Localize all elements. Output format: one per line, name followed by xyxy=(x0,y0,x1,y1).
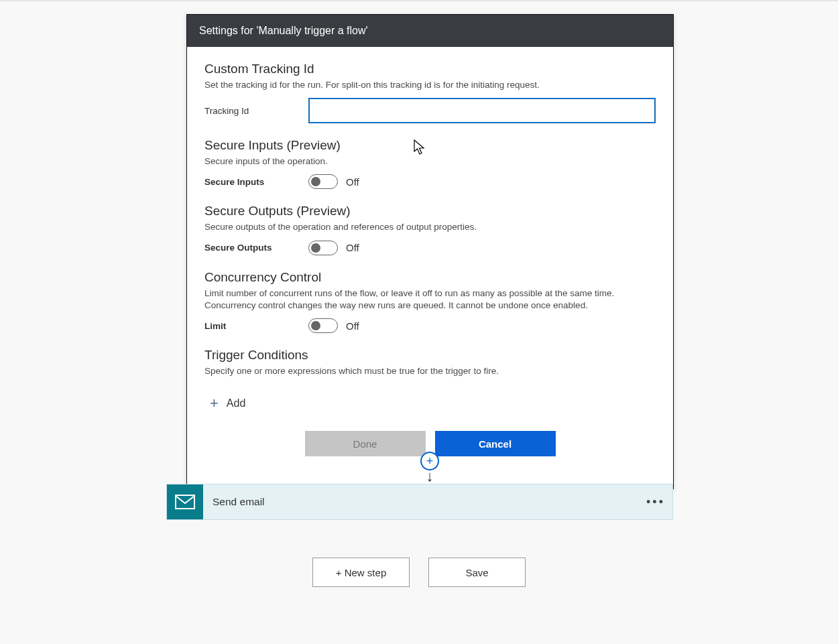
toggle-knob-icon xyxy=(311,321,320,330)
mail-icon xyxy=(167,485,203,519)
concurrency-label: Limit xyxy=(204,321,308,331)
section-secure-outputs: Secure Outputs (Preview) Secure outputs … xyxy=(204,204,656,255)
section-tracking-id: Custom Tracking Id Set the tracking id f… xyxy=(204,62,656,123)
plus-icon: + xyxy=(210,396,219,411)
tracking-id-input[interactable] xyxy=(308,98,656,123)
section-trigger-conditions: Trigger Conditions Specify one or more e… xyxy=(204,348,656,411)
action-card-menu-button[interactable]: ••• xyxy=(639,485,672,519)
secure-inputs-toggle[interactable] xyxy=(308,174,338,189)
dialog-title: Settings for 'Manually trigger a flow' xyxy=(187,15,673,47)
secure-outputs-label: Secure Outputs xyxy=(204,243,308,253)
toggle-knob-icon xyxy=(311,177,320,186)
secure-inputs-heading: Secure Inputs (Preview) xyxy=(204,138,656,153)
done-button[interactable]: Done xyxy=(305,431,426,456)
plus-icon: + xyxy=(426,455,434,467)
add-condition-label: Add xyxy=(227,397,245,409)
secure-inputs-label: Secure Inputs xyxy=(204,177,308,187)
add-condition-button[interactable]: + Add xyxy=(210,396,245,411)
tracking-description: Set the tracking id for the run. For spl… xyxy=(204,79,656,91)
section-secure-inputs: Secure Inputs (Preview) Secure inputs of… xyxy=(204,138,656,189)
action-card-title: Send email xyxy=(203,485,639,519)
secure-outputs-heading: Secure Outputs (Preview) xyxy=(204,204,656,218)
arrow-down-icon: ↓ xyxy=(426,469,434,484)
secure-inputs-description: Secure inputs of the operation. xyxy=(204,155,656,168)
secure-outputs-description: Secure outputs of the operation and refe… xyxy=(204,221,656,233)
secure-inputs-state: Off xyxy=(346,176,359,188)
cancel-button[interactable]: Cancel xyxy=(435,431,556,456)
save-button[interactable]: Save xyxy=(428,558,526,587)
step-connector: + ↓ xyxy=(419,452,440,484)
more-horizontal-icon: ••• xyxy=(646,495,665,509)
tracking-heading: Custom Tracking Id xyxy=(204,62,656,76)
action-card-send-email[interactable]: Send email ••• xyxy=(166,484,673,520)
conditions-heading: Trigger Conditions xyxy=(204,348,656,363)
settings-dialog: Settings for 'Manually trigger a flow' C… xyxy=(186,14,674,489)
new-step-button[interactable]: + New step xyxy=(312,558,410,587)
concurrency-description: Limit number of concurrent runs of the f… xyxy=(204,287,656,312)
concurrency-toggle[interactable] xyxy=(308,318,338,333)
conditions-description: Specify one or more expressions which mu… xyxy=(204,365,656,377)
tracking-id-label: Tracking Id xyxy=(204,106,308,116)
toggle-knob-icon xyxy=(311,243,320,253)
secure-outputs-state: Off xyxy=(346,242,359,253)
concurrency-state: Off xyxy=(346,320,359,332)
svg-rect-0 xyxy=(176,495,194,509)
concurrency-heading: Concurrency Control xyxy=(204,270,656,285)
section-concurrency: Concurrency Control Limit number of conc… xyxy=(204,270,656,333)
secure-outputs-toggle[interactable] xyxy=(308,241,338,255)
